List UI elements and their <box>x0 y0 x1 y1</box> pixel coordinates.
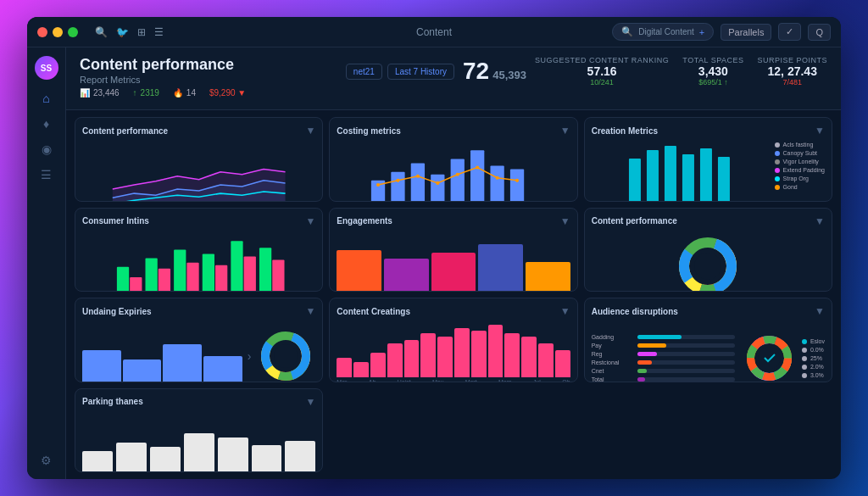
card-menu-7[interactable]: ▼ <box>305 305 315 317</box>
aud-legend-item: 0.0% <box>802 347 825 353</box>
card-content-creatings: Content Creatings ▼ <box>329 298 577 382</box>
sidebar-settings-icon[interactable]: ⚙ <box>41 454 52 467</box>
svg-rect-6 <box>470 150 484 201</box>
card-menu-10[interactable]: ▼ <box>305 396 315 408</box>
svg-rect-31 <box>231 241 242 292</box>
card-audience: Audience disruptions ▼ Gadding <box>584 298 832 382</box>
header-top: Content performance Report Metrics 📊 23,… <box>80 56 827 98</box>
card-menu-1[interactable]: ▼ <box>305 125 315 137</box>
minimize-button[interactable] <box>53 27 63 37</box>
window-title: Content <box>416 26 452 38</box>
metric-2: Total Spaces 3,430 $695/1 ↑ <box>682 56 743 86</box>
card-menu-8[interactable]: ▼ <box>560 305 570 317</box>
card-menu-9[interactable]: ▼ <box>815 305 825 317</box>
bar-eng-3 <box>431 253 476 292</box>
aud-legend-item: 2.0% <box>802 364 825 370</box>
up-icon: ↑ <box>133 88 137 98</box>
page-title: Content performance <box>80 56 246 74</box>
bar-cc <box>420 333 436 377</box>
legend-dot <box>775 142 780 148</box>
svg-point-9 <box>376 183 380 187</box>
card-content-performance: Content performance ▼ 40m 22% <box>75 117 323 202</box>
card-header-9: Audience disruptions ▼ <box>592 305 825 317</box>
svg-rect-33 <box>259 248 271 292</box>
grid-icon[interactable]: ⊞ <box>137 26 146 38</box>
maximize-button[interactable] <box>68 27 78 37</box>
bar-chart-3 <box>592 142 768 202</box>
card-undaing: Undaing Expiries ▼ › <box>75 298 323 382</box>
aud-bar <box>637 377 645 382</box>
svg-point-15 <box>496 176 499 180</box>
aud-legend-item: 25% <box>802 355 825 361</box>
legend-dot <box>802 339 807 344</box>
bar-cc <box>555 350 570 378</box>
card-menu-5[interactable]: ▼ <box>560 215 570 227</box>
search-button[interactable]: Q <box>808 24 831 41</box>
close-button[interactable] <box>37 27 47 37</box>
bar-cc <box>404 340 420 377</box>
legend-item: Strap Org <box>775 176 825 181</box>
card-header-1: Content performance ▼ <box>82 125 315 137</box>
card-header-3: Creation Metrics ▼ <box>592 125 825 137</box>
card-title-10: Parking thanes <box>82 397 143 406</box>
app-window: 🔍 🐦 ⊞ ☰ Content 🔍 Digital Content + Para… <box>27 17 841 479</box>
bar-cc <box>370 353 386 377</box>
card-menu-2[interactable]: ▼ <box>560 125 570 137</box>
card-title-4: Consumer Intins <box>82 216 149 226</box>
sidebar-circle-icon[interactable]: ◉ <box>42 142 52 156</box>
search-icon[interactable]: 🔍 <box>95 26 108 38</box>
svg-rect-24 <box>130 276 142 292</box>
svg-point-50 <box>758 348 780 370</box>
arrow-icon[interactable]: › <box>248 349 252 363</box>
parallels-button[interactable]: Parallels <box>721 24 771 41</box>
svg-rect-34 <box>272 259 284 292</box>
aud-bar-bg <box>637 360 735 365</box>
check-button[interactable]: ✓ <box>778 23 801 41</box>
svg-point-10 <box>397 179 400 182</box>
bar-park <box>82 451 113 472</box>
card-title-1: Content performance <box>82 126 168 136</box>
aud-bar <box>637 360 652 365</box>
sidebar-home-icon[interactable]: ⌂ <box>42 92 49 105</box>
svg-point-12 <box>437 181 440 185</box>
bar-eng-2 <box>384 259 429 292</box>
card-menu-6[interactable]: ▼ <box>815 215 825 227</box>
bar-cc <box>387 343 403 377</box>
chart-icon: 📊 <box>80 88 90 98</box>
twitter-icon[interactable]: 🐦 <box>116 26 129 38</box>
card-header-5: Engagements ▼ <box>337 215 570 227</box>
card-engagements: Engagements ▼ Ug Kag <box>329 208 577 293</box>
svg-point-44 <box>274 344 298 368</box>
app-body: SS ⌂ ♦ ◉ ☰ ⚙ Content performance Report … <box>27 47 841 479</box>
net-button[interactable]: net21 <box>346 64 382 80</box>
global-search[interactable]: 🔍 Digital Content + <box>612 23 714 41</box>
history-button[interactable]: Last 7 History <box>387 64 454 80</box>
sidebar-list-icon[interactable]: ☰ <box>41 168 52 181</box>
donut-chart-9 <box>742 331 797 382</box>
card-creation-metrics: Creation Metrics ▼ <box>584 117 832 202</box>
svg-rect-22 <box>718 157 730 202</box>
menu-icon[interactable]: ☰ <box>154 26 164 38</box>
card-header-8: Content Creatings ▼ <box>337 305 570 317</box>
bar-und-4 <box>203 356 242 382</box>
aud-legend-item: Eslov <box>802 338 825 344</box>
stat-hot: 🔥 14 <box>173 88 196 98</box>
bar-und-3 <box>163 344 202 382</box>
bar-park <box>285 441 315 471</box>
search-text: Digital Content <box>638 27 694 36</box>
card-menu-4[interactable]: ▼ <box>305 215 315 227</box>
sidebar-diamond-icon[interactable]: ♦ <box>43 117 49 131</box>
add-icon: + <box>699 27 704 37</box>
bar-cc <box>353 362 369 377</box>
bar-cc <box>454 328 470 378</box>
donut-chart-6 <box>674 232 742 293</box>
avatar[interactable]: SS <box>35 56 58 80</box>
legend-dot <box>802 356 807 361</box>
bar-park <box>252 445 282 472</box>
bar-cc <box>337 358 352 377</box>
aud-label: Pay <box>592 343 634 348</box>
line-chart-1 <box>82 142 315 202</box>
bar-eng-5 <box>526 262 570 292</box>
card-menu-3[interactable]: ▼ <box>815 125 825 137</box>
bar-park <box>116 443 147 472</box>
